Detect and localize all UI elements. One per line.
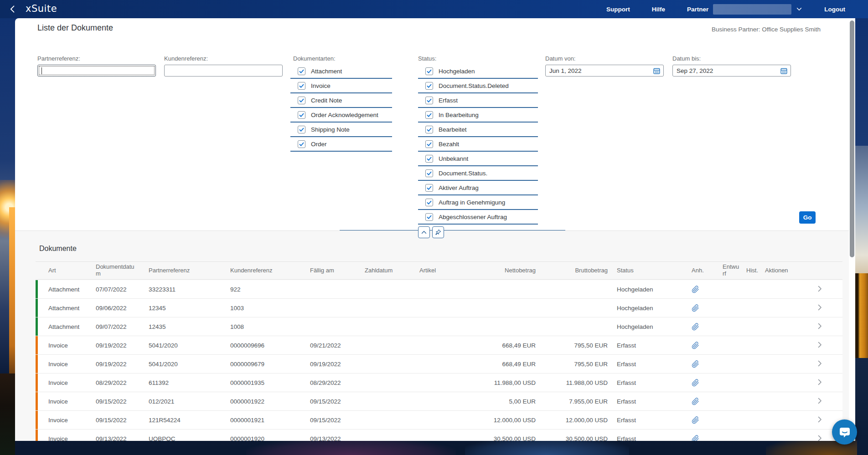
date-to-input[interactable]: Sep 27, 2022 bbox=[672, 65, 791, 77]
calendar-icon[interactable] bbox=[780, 67, 788, 75]
filter-checkbox-option[interactable]: Document.Status. bbox=[418, 166, 538, 181]
checkbox-checked-icon[interactable] bbox=[425, 213, 433, 221]
paperclip-icon[interactable] bbox=[692, 416, 699, 424]
table-row[interactable]: Attachment 09/07/2022 12435 1008 Hochgel… bbox=[36, 317, 842, 336]
checkbox-label: Invoice bbox=[311, 82, 331, 89]
paperclip-icon[interactable] bbox=[692, 435, 699, 441]
cell-dokumentdatum: 09/15/2022 bbox=[96, 417, 149, 424]
go-button[interactable]: Go bbox=[799, 211, 816, 224]
checkbox-checked-icon[interactable] bbox=[298, 140, 305, 148]
column-header[interactable]: Art bbox=[36, 267, 96, 274]
column-header[interactable]: Anh. bbox=[690, 267, 723, 274]
nav-hilfe[interactable]: Hilfe bbox=[652, 6, 665, 13]
chat-launcher-button[interactable] bbox=[832, 419, 857, 445]
checkbox-checked-icon[interactable] bbox=[425, 126, 433, 133]
checkbox-checked-icon[interactable] bbox=[298, 97, 305, 104]
chevron-right-icon[interactable] bbox=[818, 360, 822, 367]
chevron-right-icon[interactable] bbox=[818, 435, 822, 441]
table-row[interactable]: Attachment 09/06/2022 12345 1003 Hochgel… bbox=[36, 299, 842, 317]
checkbox-label: Document.Status. bbox=[439, 170, 487, 177]
filter-checkbox-option[interactable]: Erfasst bbox=[418, 93, 538, 108]
filter-checkbox-option[interactable]: Auftrag in Genehmigung bbox=[418, 195, 538, 210]
chevron-right-icon[interactable] bbox=[818, 416, 822, 423]
cell-kundenreferenz: 1008 bbox=[230, 323, 310, 330]
checkbox-checked-icon[interactable] bbox=[298, 111, 305, 119]
column-header[interactable]: Hist. bbox=[746, 267, 762, 274]
filter-checkbox-option[interactable]: Document.Status.Deleted bbox=[418, 79, 538, 93]
scrollbar-thumb[interactable] bbox=[850, 20, 854, 257]
checkbox-checked-icon[interactable] bbox=[425, 67, 433, 75]
column-header[interactable]: Aktionen bbox=[762, 267, 842, 274]
checkbox-checked-icon[interactable] bbox=[425, 169, 433, 177]
back-button[interactable] bbox=[8, 5, 17, 14]
column-header[interactable]: Nettobetrag bbox=[472, 267, 536, 274]
checkbox-checked-icon[interactable] bbox=[425, 111, 433, 119]
table-row[interactable]: Invoice 09/19/2022 5041/2020 0000009696 … bbox=[36, 336, 842, 355]
customer-reference-input[interactable] bbox=[164, 65, 283, 77]
column-header[interactable]: Bruttobetrag bbox=[536, 267, 608, 274]
checkbox-checked-icon[interactable] bbox=[298, 67, 305, 75]
chevron-down-icon[interactable] bbox=[796, 6, 802, 12]
nav-support[interactable]: Support bbox=[606, 6, 630, 13]
chevron-right-icon[interactable] bbox=[818, 286, 822, 292]
filter-checkbox-option[interactable]: Bearbeitet bbox=[418, 123, 538, 137]
paperclip-icon[interactable] bbox=[692, 342, 699, 349]
calendar-icon[interactable] bbox=[653, 67, 661, 75]
paperclip-icon[interactable] bbox=[692, 360, 699, 368]
filter-checkbox-option[interactable]: Attachment bbox=[290, 64, 392, 79]
filter-checkbox-option[interactable]: Abgeschlossener Auftrag bbox=[418, 210, 538, 225]
checkbox-checked-icon[interactable] bbox=[425, 199, 433, 206]
date-from-input[interactable]: Jun 1, 2022 bbox=[545, 65, 664, 77]
checkbox-checked-icon[interactable] bbox=[298, 126, 305, 133]
paperclip-icon[interactable] bbox=[692, 398, 699, 405]
checkbox-checked-icon[interactable] bbox=[425, 97, 433, 104]
chevron-right-icon[interactable] bbox=[818, 304, 822, 311]
filter-checkbox-option[interactable]: Order Acknowledgement bbox=[290, 108, 392, 123]
column-header[interactable]: Dokumentdatum bbox=[96, 264, 149, 277]
column-header[interactable]: Kundenreferenz bbox=[230, 267, 310, 274]
checkbox-checked-icon[interactable] bbox=[425, 82, 433, 90]
filter-checkbox-option[interactable]: Hochgeladen bbox=[418, 64, 538, 79]
table-row[interactable]: Invoice 09/15/2022 012/2021 0000001922 0… bbox=[36, 392, 842, 411]
partner-reference-input[interactable] bbox=[37, 65, 156, 77]
checkbox-checked-icon[interactable] bbox=[425, 155, 433, 163]
chevron-right-icon[interactable] bbox=[818, 342, 822, 348]
vertical-scrollbar[interactable] bbox=[849, 18, 855, 441]
table-row[interactable]: Attachment 07/07/2022 33223311 922 Hochg… bbox=[36, 280, 842, 299]
column-header[interactable]: Zahldatum bbox=[365, 267, 419, 274]
paperclip-icon[interactable] bbox=[692, 323, 699, 331]
chevron-right-icon[interactable] bbox=[818, 398, 822, 404]
filter-checkbox-option[interactable]: Unbekannt bbox=[418, 152, 538, 166]
filter-checkbox-option[interactable]: Shipping Note bbox=[290, 123, 392, 137]
pin-filter-button[interactable] bbox=[432, 226, 444, 238]
column-header[interactable]: Partnerreferenz bbox=[149, 267, 230, 274]
filter-checkbox-option[interactable]: Bezahlt bbox=[418, 137, 538, 152]
cell-art: Attachment bbox=[36, 305, 96, 312]
column-header[interactable]: Artikel bbox=[419, 267, 472, 274]
filter-checkbox-option[interactable]: Aktiver Auftrag bbox=[418, 181, 538, 195]
column-header[interactable]: Entwurf bbox=[723, 264, 746, 277]
table-row[interactable]: Invoice 08/29/2022 611392 0000001935 08/… bbox=[36, 373, 842, 392]
column-header[interactable]: Fällig am bbox=[310, 267, 365, 274]
checkbox-checked-icon[interactable] bbox=[298, 82, 305, 90]
checkbox-checked-icon[interactable] bbox=[425, 140, 433, 148]
filter-checkbox-option[interactable]: Credit Note bbox=[290, 93, 392, 108]
paperclip-icon[interactable] bbox=[692, 304, 699, 312]
paperclip-icon[interactable] bbox=[692, 379, 699, 387]
filter-checkbox-option[interactable]: In Bearbeitung bbox=[418, 108, 538, 123]
chevron-right-icon[interactable] bbox=[818, 323, 822, 329]
partner-select[interactable] bbox=[713, 4, 791, 15]
app-logo[interactable]: xSuite bbox=[26, 3, 57, 14]
checkbox-checked-icon[interactable] bbox=[425, 184, 433, 192]
checkbox-label: In Bearbeitung bbox=[439, 112, 479, 118]
filter-checkbox-option[interactable]: Order bbox=[290, 137, 392, 152]
logout-button[interactable]: Logout bbox=[824, 6, 845, 13]
table-row[interactable]: Invoice 09/19/2022 5041/2020 0000009679 … bbox=[36, 355, 842, 373]
filter-checkbox-option[interactable]: Invoice bbox=[290, 79, 392, 93]
collapse-filter-button[interactable] bbox=[418, 226, 430, 238]
column-header[interactable]: Status bbox=[608, 267, 690, 274]
table-row[interactable]: Invoice 09/13/2022 UOBPOC 0000001920 09/… bbox=[36, 429, 842, 441]
chevron-right-icon[interactable] bbox=[818, 379, 822, 385]
paperclip-icon[interactable] bbox=[692, 286, 699, 293]
table-row[interactable]: Invoice 09/15/2022 121R54224 0000001921 … bbox=[36, 411, 842, 429]
